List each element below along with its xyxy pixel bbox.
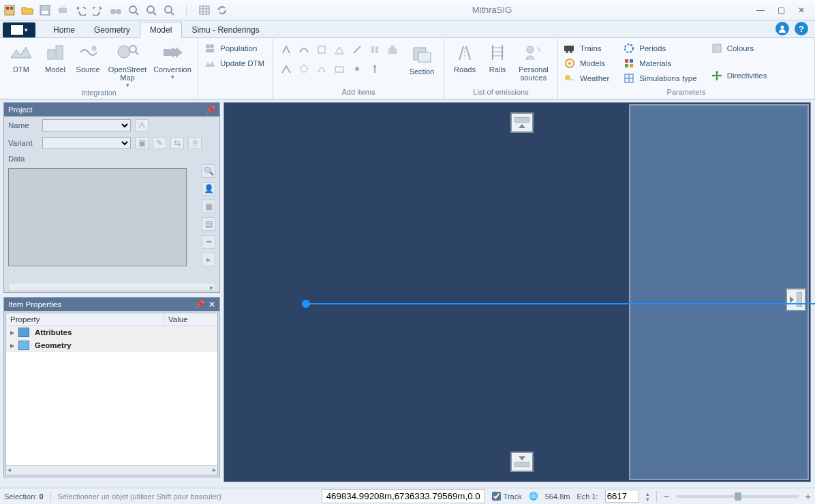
additem-tool[interactable] (296, 60, 311, 78)
additem-tool[interactable] (279, 60, 294, 78)
tab-geometry[interactable]: Geometry (84, 22, 140, 37)
track-checkbox[interactable]: Track (492, 492, 522, 501)
ribbon-group-add-items: Section Add items (273, 38, 444, 99)
additem-tool[interactable] (367, 41, 382, 59)
pin-icon[interactable]: 📌 (206, 105, 215, 114)
svg-rect-30 (318, 46, 325, 53)
svg-rect-6 (60, 5, 65, 8)
maximize-button[interactable]: ▢ (775, 5, 786, 15)
tab-home[interactable]: Home (44, 22, 84, 37)
additem-tool[interactable] (385, 41, 400, 59)
item-properties-header: Item Properties 📌✕ (4, 298, 219, 311)
additem-tool[interactable] (332, 41, 347, 59)
refresh-icon[interactable] (215, 3, 229, 17)
binoculars-icon[interactable] (109, 3, 123, 17)
svg-point-38 (355, 67, 359, 71)
open-icon[interactable] (20, 3, 34, 17)
trains-button[interactable]: Trains (564, 41, 609, 56)
data-tool-grid1-icon[interactable]: ▦ (202, 200, 215, 213)
additem-tool[interactable] (332, 60, 347, 78)
update-dtm-button[interactable]: Update DTM (204, 56, 267, 71)
close-button[interactable]: ✕ (796, 5, 807, 15)
zoom-in-icon[interactable] (127, 3, 140, 17)
save-icon[interactable] (38, 3, 52, 17)
zoom-out-icon[interactable] (144, 3, 158, 17)
conversion-button[interactable]: Conversion▾ (153, 41, 192, 80)
ech-spinner-icon[interactable]: ▴▾ (646, 491, 649, 502)
ech-label: Ech 1: (576, 492, 598, 501)
zoom-slider[interactable] (676, 495, 799, 498)
roads-button[interactable]: Roads (450, 41, 480, 74)
data-tool-zoom-icon[interactable]: 🔍 (202, 164, 215, 178)
propgrid-scrollbar[interactable]: ◂▸ (6, 465, 217, 475)
section-button[interactable]: Section (405, 43, 438, 76)
expand-icon[interactable]: ▸ (6, 328, 18, 337)
data-tool-arrow-icon[interactable]: ▸ (202, 253, 215, 266)
openstreetmap-button[interactable]: OpenStreet Map▾ (106, 41, 149, 89)
dock-handle-right[interactable] (786, 288, 806, 311)
source-button[interactable]: Source (74, 41, 102, 74)
dtm-button[interactable]: DTM (5, 41, 37, 74)
ribbon: DTM Model Source OpenStreet Map▾ Convers… (0, 38, 815, 99)
data-tool-line-icon[interactable]: ━ (202, 235, 215, 249)
simulations-type-button[interactable]: Simulations type (623, 71, 696, 86)
models-button[interactable]: Models (564, 56, 609, 71)
data-side-tools: 🔍 👤 ▦ ▤ ━ ▸ (202, 164, 217, 266)
materials-button[interactable]: Materials (623, 56, 696, 71)
personal-sources-button[interactable]: Personal sources (515, 41, 552, 82)
model-button[interactable]: Model (41, 41, 70, 74)
svg-point-56 (625, 44, 633, 52)
additem-tool[interactable] (296, 41, 311, 59)
annotation-arrow (306, 303, 815, 304)
redo-icon[interactable] (91, 3, 105, 17)
tab-model[interactable]: Model (140, 22, 183, 38)
name-select[interactable] (42, 119, 131, 131)
user-icon[interactable] (775, 22, 789, 35)
coords-field[interactable] (322, 489, 485, 503)
data-scrollbar[interactable]: ▸ (8, 283, 215, 291)
periods-button[interactable]: Periods (623, 41, 696, 56)
prop-row-geometry[interactable]: ▸ Geometry (6, 339, 217, 352)
data-tool-user-icon[interactable]: 👤 (202, 182, 215, 195)
colours-button[interactable]: Colours (711, 41, 767, 56)
table-icon[interactable] (198, 3, 211, 17)
additem-tool[interactable] (314, 41, 329, 59)
name-action-icon[interactable] (135, 119, 149, 131)
population-button[interactable]: Population (204, 41, 267, 56)
zoom-fit-icon[interactable] (162, 3, 176, 17)
rails-button[interactable]: Rails (484, 41, 511, 74)
additem-tool[interactable] (350, 60, 365, 78)
svg-rect-35 (390, 46, 395, 48)
map-viewport[interactable] (224, 102, 811, 482)
help-icon[interactable]: ? (795, 22, 808, 35)
directivities-button[interactable]: Directivities (711, 68, 767, 83)
file-menu-chip[interactable]: ▾ (3, 22, 35, 37)
additem-tool[interactable] (314, 60, 329, 78)
zoom-in-button[interactable]: + (805, 491, 811, 502)
variant-select[interactable] (42, 137, 131, 149)
additem-tool[interactable] (350, 41, 365, 59)
print-icon[interactable] (56, 3, 70, 17)
ech-field[interactable] (605, 490, 639, 503)
variant-action-2-icon[interactable]: ✎ (153, 137, 166, 149)
pin-icon[interactable]: 📌 (195, 300, 204, 309)
close-panel-icon[interactable]: ✕ (209, 300, 215, 309)
zoom-out-button[interactable]: − (664, 491, 669, 502)
tab-simu-renderings[interactable]: Simu - Renderings (182, 22, 268, 37)
svg-rect-64 (713, 44, 721, 52)
dock-handle-top[interactable] (510, 112, 534, 133)
additem-tool[interactable] (279, 41, 294, 59)
data-listbox[interactable] (8, 168, 187, 266)
globe-icon[interactable]: 🌐 (529, 492, 538, 501)
additem-tool[interactable] (367, 60, 382, 78)
undo-icon[interactable] (74, 3, 87, 17)
prop-row-attributes[interactable]: ▸ Attributes (6, 326, 217, 339)
expand-icon[interactable]: ▸ (6, 341, 18, 350)
variant-action-4-icon[interactable]: ⎘ (188, 137, 202, 149)
variant-action-3-icon[interactable]: ⇆ (170, 137, 184, 149)
variant-action-1-icon[interactable]: ▣ (135, 137, 149, 149)
minimize-button[interactable]: — (755, 5, 766, 15)
weather-button[interactable]: Weather (564, 71, 609, 86)
data-tool-grid2-icon[interactable]: ▤ (202, 217, 215, 231)
dock-handle-bottom[interactable] (510, 452, 534, 472)
